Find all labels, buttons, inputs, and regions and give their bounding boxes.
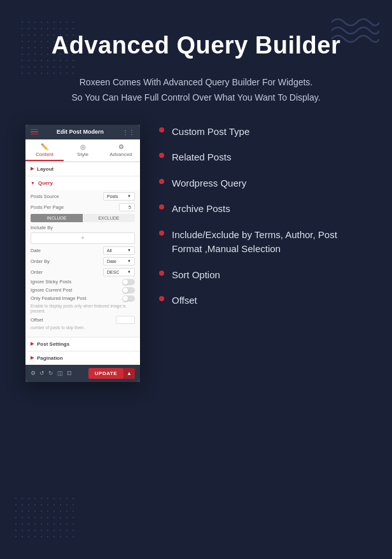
bullet-include-exclude [159,230,164,236]
bg-dots-bottom-left [13,495,76,540]
update-arrow-button[interactable]: ▲ [123,368,135,379]
order-by-input[interactable]: Date ▼ [103,257,135,265]
include-by-box[interactable]: + [31,232,135,244]
offset-row: Offset [31,316,135,324]
footer-icons: ⚙ ↺ ↻ ◫ ⊡ [31,370,72,376]
widget-header-icons: ⋮⋮ [122,129,135,136]
posts-per-page-input[interactable]: 5 [119,203,135,211]
post-settings-header[interactable]: ▶ Post Settings [25,337,140,351]
ignore-current-toggle[interactable] [122,287,135,294]
grid-icon: ⋮⋮ [122,129,135,136]
arrow-right-icon: ▶ [31,166,34,171]
date-row: Date All ▼ [31,246,135,255]
list-item: Related Posts [159,150,367,165]
order-label: Order [31,269,103,275]
list-item: Include/Exclude by Terms, Author, Post F… [159,228,367,257]
order-dropdown-icon: ▼ [127,270,131,274]
page-title: Advanced Query Builder [25,32,367,59]
feature-custom-post: Custom Post Type [172,125,249,139]
exclude-button[interactable]: EXCLUDE [83,214,135,222]
feature-archive-posts: Archive Posts [172,202,230,216]
undo-icon[interactable]: ↺ [39,370,45,376]
feature-related-posts: Related Posts [172,150,231,165]
posts-source-row: Posts Source Posts ▼ [31,192,135,201]
only-featured-toggle[interactable] [122,295,135,302]
query-section-content: Posts Source Posts ▼ Posts Per Page 5 [25,190,140,337]
date-label: Date [31,248,103,253]
section-query: ▼ Query Posts Source Posts ▼ [25,176,140,337]
only-featured-label: Only Featured Image Post [31,295,122,301]
feature-include-exclude: Include/Exclude by Terms, Author, Post F… [172,228,367,257]
bullet-custom-post [159,127,164,132]
include-button[interactable]: INCLUDE [31,214,83,222]
dropdown-arrow-icon: ▼ [127,194,131,198]
widget-mockup: Edit Post Modern ⋮⋮ ✏️ Content ◎ Style ⚙… [25,125,140,382]
widget-tabs: ✏️ Content ◎ Style ⚙ Advanced [25,139,140,162]
update-button[interactable]: UPDATE [88,368,123,379]
widget-header: Edit Post Modern ⋮⋮ [25,125,140,139]
ignore-sticky-toggle[interactable] [122,279,135,285]
update-group: UPDATE ▲ [88,368,135,379]
list-item: Sort Option [159,268,367,283]
pagination-header[interactable]: ▶ Pagination [25,351,140,365]
page-subtitle: Roxeen Comes With Advanced Query Builder… [25,75,367,106]
posts-source-label: Posts Source [31,194,103,199]
circle-icon: ◎ [66,143,99,150]
order-row: Order DESC ▼ [31,268,135,276]
tab-content[interactable]: ✏️ Content [25,139,64,161]
list-item: Archive Posts [159,202,367,216]
layers-icon[interactable]: ◫ [57,370,63,376]
tab-style[interactable]: ◎ Style [64,139,102,161]
bullet-offset [159,296,164,301]
order-by-label: Order By [31,258,103,264]
order-by-row: Order By Date ▼ [31,257,135,265]
redo-icon[interactable]: ↻ [48,370,53,376]
bullet-related-posts [159,153,164,158]
include-by-label: Include By [31,225,135,230]
section-post-settings: ▶ Post Settings [25,337,140,351]
feature-offset: Offset [172,294,197,308]
orderby-dropdown-icon: ▼ [127,259,131,263]
widget-body: ▶ Layout ▼ Query Posts Source [25,162,140,365]
offset-label: Offset [31,317,116,323]
bullet-archive-posts [159,204,164,209]
widget-header-title: Edit Post Modern [57,129,104,135]
ignore-current-label: Ignore Current Post [31,287,122,293]
ignore-sticky-label: Ignore Sticky Posts [31,279,122,285]
date-input[interactable]: All ▼ [103,246,135,255]
pencil-icon: ✏️ [28,143,61,150]
posts-per-page-label: Posts Per Page [31,204,119,210]
posts-source-input[interactable]: Posts ▼ [103,192,135,201]
ignore-sticky-row: Ignore Sticky Posts [31,279,135,285]
list-item: Wordpress Query [159,176,367,191]
section-pagination: ▶ Pagination [25,351,140,365]
offset-note: number of posts to skip them. [31,325,135,330]
only-featured-note: Enable to display posts only when featur… [31,304,135,315]
ignore-current-row: Ignore Current Post [31,287,135,294]
features-list: Custom Post Type Related Posts Wordpress… [159,125,367,320]
posts-per-page-row: Posts Per Page 5 [31,203,135,211]
order-input[interactable]: DESC ▼ [103,268,135,276]
only-featured-row: Only Featured Image Post [31,295,135,302]
responsive-icon[interactable]: ⊡ [67,370,72,376]
settings-footer-icon[interactable]: ⚙ [31,370,36,376]
feature-sort-option: Sort Option [172,268,220,283]
bullet-wp-query [159,179,164,184]
query-section-header[interactable]: ▼ Query [25,176,140,190]
hamburger-icon[interactable] [31,129,38,135]
tab-advanced[interactable]: ⚙ Advanced [102,139,140,161]
arrow-down-icon: ▼ [31,181,35,185]
gear-icon: ⚙ [104,143,137,150]
pagination-arrow-icon: ▶ [31,355,34,360]
post-settings-arrow-icon: ▶ [31,341,34,346]
widget-footer: ⚙ ↺ ↻ ◫ ⊡ UPDATE ▲ [25,365,140,382]
layout-section-header[interactable]: ▶ Layout [25,162,140,176]
include-exclude-row: INCLUDE EXCLUDE [31,214,135,222]
feature-wordpress-query: Wordpress Query [172,176,246,191]
offset-input[interactable] [116,316,135,324]
date-dropdown-icon: ▼ [127,248,131,252]
list-item: Custom Post Type [159,125,367,139]
list-item: Offset [159,294,367,308]
plus-icon: + [81,235,85,241]
bullet-sort-option [159,271,164,276]
